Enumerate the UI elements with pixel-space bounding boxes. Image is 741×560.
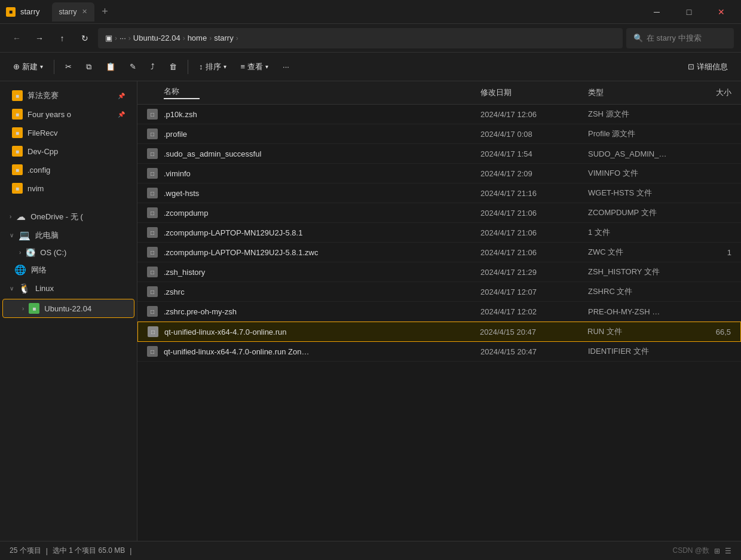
maximize-button[interactable]: □: [675, 2, 703, 22]
minimize-button[interactable]: ─: [643, 2, 670, 22]
sidebar-item-onedrive[interactable]: › ☁ OneDrive - 无 (: [0, 207, 137, 226]
file-row[interactable]: □ .zcompdump 2024/4/17 21:06 ZCOMPDUMP 文…: [137, 203, 741, 223]
rename-icon: ✎: [130, 62, 136, 71]
expand-icon-thispc: ∨: [10, 232, 14, 238]
file-row[interactable]: □ qt-unified-linux-x64-4.7.0-online.run …: [137, 342, 741, 362]
copy-icon: ⧉: [86, 62, 91, 72]
cut-button[interactable]: ✂: [59, 57, 78, 76]
file-icon: □: [147, 207, 158, 218]
sidebar-item-thispc[interactable]: ∨ 💻 此电脑: [0, 226, 137, 244]
expand-icon-osc: ›: [19, 249, 21, 256]
tab-close-icon[interactable]: ✕: [82, 8, 87, 16]
back-button[interactable]: ←: [7, 29, 26, 48]
status-bar-right: CSDN @数 ⊞ ☰: [672, 546, 731, 556]
sort-icon: ↕: [199, 62, 203, 71]
details-button[interactable]: ⊡ 详细信息: [682, 57, 734, 76]
header-type[interactable]: 类型: [588, 87, 684, 98]
sidebar-label-onedrive: OneDrive - 无 (: [30, 212, 82, 222]
file-row[interactable]: □ .zcompdump-LAPTOP-MN129U2J-5.8.1 2024/…: [137, 223, 741, 243]
file-row[interactable]: □ .viminfo 2024/4/17 2:09 VIMINFO 文件: [137, 164, 741, 183]
file-name: .wget-hsts: [164, 189, 480, 198]
breadcrumb-starry[interactable]: starry: [214, 33, 234, 42]
search-icon: 🔍: [633, 33, 643, 42]
up-button[interactable]: ↑: [53, 29, 72, 48]
file-type: IDENTIFIER 文件: [588, 346, 684, 357]
file-row[interactable]: □ .zsh_history 2024/4/17 21:29 ZSH_HISTO…: [137, 262, 741, 282]
sidebar-label-nvim: nvim: [27, 184, 44, 193]
sidebar-item-linux[interactable]: ∨ 🐧 Linux: [0, 279, 137, 298]
share-button[interactable]: ⤴: [145, 57, 161, 76]
file-type: Profile 源文件: [588, 128, 684, 139]
tab-label: starry: [59, 8, 77, 16]
file-name: .p10k.zsh: [164, 110, 480, 119]
sidebar-label-suanfa: 算法竞赛: [27, 90, 59, 101]
copy-button[interactable]: ⧉: [80, 57, 97, 76]
header-date[interactable]: 修改日期: [480, 87, 588, 98]
file-row[interactable]: □ .zshrc 2024/4/17 12:07 ZSHRC 文件: [137, 282, 741, 302]
toolbar: ⊕ 新建 ▾ ✂ ⧉ 📋 ✎ ⤴ 🗑 ↕ 排序 ▾ ≡ 查看 ▾ ··· ⊡ 详…: [0, 53, 741, 81]
breadcrumb-home[interactable]: home: [188, 33, 207, 42]
folder-icon-fouryears: ■: [12, 109, 23, 120]
breadcrumb-ubuntu[interactable]: Ubuntu-22.04: [133, 33, 180, 42]
file-row[interactable]: □ .p10k.zsh 2024/4/17 12:06 ZSH 源文件: [137, 105, 741, 124]
sidebar-item-ubuntu[interactable]: › ■ Ubuntu-22.04: [2, 299, 134, 318]
sidebar-item-nvim[interactable]: ■ nvim: [2, 179, 134, 197]
view-list-icon[interactable]: ☰: [725, 547, 731, 555]
sidebar-item-fouryears[interactable]: ■ Four years o 📌: [2, 105, 134, 123]
new-icon: ⊕: [13, 62, 20, 71]
file-row[interactable]: □ .zcompdump-LAPTOP-MN129U2J-5.8.1.zwc 2…: [137, 243, 741, 262]
close-button[interactable]: ✕: [708, 2, 735, 22]
more-button[interactable]: ···: [277, 57, 295, 76]
header-size[interactable]: 大小: [684, 87, 731, 98]
main-content: ■ 算法竞赛 📌 ■ Four years o 📌 ■ FileRecv ■ D…: [0, 81, 741, 541]
refresh-button[interactable]: ↻: [75, 29, 94, 48]
forward-button[interactable]: →: [30, 29, 49, 48]
sidebar-item-suanfa[interactable]: ■ 算法竞赛 📌: [2, 87, 134, 105]
delete-icon: 🗑: [169, 62, 177, 71]
sidebar-item-network[interactable]: 🌐 网络: [0, 261, 137, 279]
file-name-run: qt-unified-linux-x64-4.7.0-online.run: [164, 328, 480, 336]
view-button[interactable]: ≡ 查看 ▾: [235, 57, 275, 76]
sidebar-item-devcpp[interactable]: ■ Dev-Cpp: [2, 142, 134, 160]
rename-button[interactable]: ✎: [124, 57, 142, 76]
file-row[interactable]: □ .wget-hsts 2024/4/17 21:16 WGET-HSTS 文…: [137, 183, 741, 203]
file-row[interactable]: □ .zshrc.pre-oh-my-zsh 2024/4/17 12:02 P…: [137, 302, 741, 322]
file-date: 2024/4/17 1:54: [480, 149, 588, 158]
view-grid-icon[interactable]: ⊞: [714, 547, 720, 555]
sidebar-item-filerecv[interactable]: ■ FileRecv: [2, 124, 134, 142]
breadcrumb[interactable]: ▣ › ··· › Ubuntu-22.04 › home › starry ›: [98, 28, 623, 48]
file-icon-run: □: [148, 326, 158, 337]
folder-icon-devcpp: ■: [12, 146, 23, 157]
tab-starry[interactable]: starry ✕: [52, 2, 94, 22]
sort-button[interactable]: ↕ 排序 ▾: [193, 57, 232, 76]
file-row[interactable]: □ .sudo_as_admin_successful 2024/4/17 1:…: [137, 144, 741, 164]
delete-button[interactable]: 🗑: [163, 57, 183, 76]
file-date: 2024/4/17 21:29: [480, 268, 588, 277]
file-row[interactable]: □ .profile 2024/4/17 0:08 Profile 源文件: [137, 124, 741, 144]
file-name: .viminfo: [164, 169, 480, 178]
search-placeholder: 在 starry 中搜索: [647, 33, 702, 44]
file-list-header: 名称 修改日期 类型 大小: [137, 81, 741, 105]
file-date: 2024/4/17 21:16: [480, 189, 588, 198]
header-name[interactable]: 名称: [164, 86, 480, 99]
selected-file-row[interactable]: □ qt-unified-linux-x64-4.7.0-online.run …: [137, 322, 741, 342]
search-box[interactable]: 🔍 在 starry 中搜索: [626, 28, 734, 48]
sidebar-label-thispc: 此电脑: [35, 230, 59, 241]
sidebar-item-config[interactable]: ■ .config: [2, 161, 134, 179]
file-name: .zshrc.pre-oh-my-zsh: [164, 307, 480, 316]
new-tab-button[interactable]: +: [97, 4, 114, 20]
file-icon: □: [147, 109, 158, 120]
file-date: 2024/4/17 12:02: [480, 307, 588, 316]
paste-button[interactable]: 📋: [100, 57, 121, 76]
file-name: .zcompdump-LAPTOP-MN129U2J-5.8.1.zwc: [164, 248, 480, 257]
selected-info: 选中 1 个项目 65.0 MB: [53, 546, 125, 556]
new-button[interactable]: ⊕ 新建 ▾: [7, 57, 49, 76]
breadcrumb-dots: ···: [120, 33, 126, 42]
paste-icon: 📋: [106, 62, 115, 71]
file-icon: □: [147, 168, 158, 179]
divider-1: [54, 60, 54, 74]
sidebar-item-osc[interactable]: › 💽 OS (C:): [0, 244, 137, 261]
file-type: ZWC 文件: [588, 247, 684, 258]
file-icon: □: [147, 286, 158, 297]
cut-icon: ✂: [65, 62, 72, 71]
